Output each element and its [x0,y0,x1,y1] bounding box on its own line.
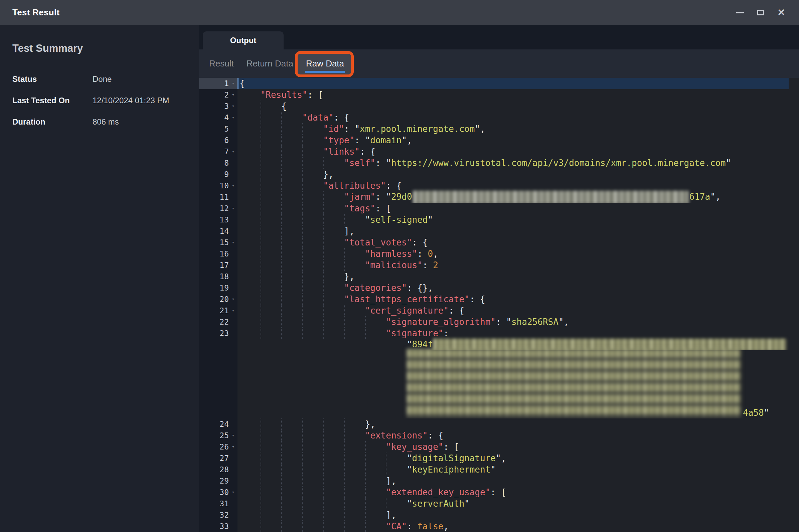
fold-arrow-icon[interactable]: ▾ [229,305,237,316]
fold-arrow-icon[interactable]: ▾ [229,487,237,498]
line-number: 24 [220,420,229,429]
indent-guide [240,89,261,100]
maximize-button[interactable] [752,4,769,21]
window-content: Test Summary StatusDoneLast Tested On12/… [0,25,799,532]
indent-guide [261,487,282,498]
json-quote: " [386,158,391,168]
code-line-1[interactable]: 1▾{ [199,78,799,89]
code-tokens: "id": "xmr.pool.minergate.com", [323,123,485,135]
fold-arrow-icon[interactable]: ▾ [229,430,237,441]
code-line-31[interactable]: 31"serverAuth" [199,498,799,509]
code-line-29[interactable]: 29], [199,475,799,487]
indent-guide [323,305,344,316]
close-button[interactable]: ✕ [773,4,790,21]
indent-guide [365,509,386,521]
code-line-15[interactable]: 15▾"total_votes": { [199,237,799,248]
line-number: 14 [220,227,229,235]
code-tokens: "self-signed" [365,214,433,225]
code-line-3[interactable]: 3▾{ [199,100,799,112]
code-line-25[interactable]: 25▾"extensions": { [199,430,799,441]
indent-guide [240,453,261,464]
line-gutter: 15▾ [199,237,237,248]
code-line-13[interactable]: 13"self-signed" [199,214,799,225]
indent-guide [281,441,302,453]
tab-output[interactable]: Output [203,32,284,50]
raw-data-code-editor[interactable]: 1▾{2▾"Results": [3▾{4▾"data": {5"id": "x… [199,78,799,532]
indent-guide [323,260,344,271]
indent-guide [365,475,386,487]
subtab-label: Result [209,58,234,69]
code-line-4[interactable]: 4▾"data": { [199,112,799,123]
indent-guide [261,498,282,509]
code-line-wrapped[interactable]: "894f [199,339,799,350]
code-line-5[interactable]: 5"id": "xmr.pool.minergate.com", [199,123,799,135]
line-gutter: 33 [199,521,237,532]
indent-guide [281,328,302,339]
code-line-8[interactable]: 8"self": "https://www.virustotal.com/api… [199,157,799,169]
code-line-2[interactable]: 2▾"Results": [ [199,89,799,100]
fold-arrow-icon[interactable]: ▾ [229,146,237,157]
code-line-24[interactable]: 24}, [199,418,799,430]
subtab-raw-data[interactable]: Raw Data [306,50,344,78]
fold-arrow-icon[interactable]: ▾ [229,237,237,248]
code-line-9[interactable]: 9}, [199,169,799,180]
indent-guide [344,453,365,464]
code-line-14[interactable]: 14], [199,225,799,237]
code-content: 4a58" [237,350,799,418]
subtab-result[interactable]: Result [209,50,234,78]
indent-guide [261,260,282,271]
code-line-11[interactable]: 11"jarm": "29d0617a", [199,191,799,203]
code-line-23[interactable]: 23"signature": [199,328,799,339]
code-line-28[interactable]: 28"keyEncipherment" [199,464,799,475]
json-quote: " [464,499,470,509]
subtab-return-data[interactable]: Return Data [247,50,293,78]
indent-guide [323,191,344,203]
code-line-30[interactable]: 30▾"extended_key_usage": [ [199,487,799,498]
indent-guide [281,112,302,123]
code-content: "894f [237,339,799,350]
line-gutter: 28 [199,464,237,475]
fold-arrow-icon[interactable]: ▾ [229,89,237,100]
minimize-button[interactable] [731,4,748,21]
fold-arrow-icon[interactable]: ▾ [229,180,237,191]
indent-guide [281,191,302,203]
line-gutter [199,339,237,350]
line-gutter: 21▾ [199,305,237,316]
json-string: xmr.pool.minergate.com [360,124,475,134]
code-line-wrapped[interactable]: 4a58" [199,350,799,418]
code-line-32[interactable]: 32], [199,509,799,521]
code-line-21[interactable]: 21▾"cert_signature": { [199,305,799,316]
code-line-20[interactable]: 20▾"last_https_certificate": { [199,293,799,305]
fold-arrow-icon[interactable]: ▾ [229,100,237,112]
json-string: sha256RSA [511,317,558,327]
fold-arrow-icon[interactable]: ▾ [229,112,237,123]
code-line-10[interactable]: 10▾"attributes": { [199,180,799,191]
fold-arrow-icon[interactable]: ▾ [229,78,237,89]
code-line-16[interactable]: 16"harmless": 0, [199,248,799,260]
code-line-6[interactable]: 6"type": "domain", [199,135,799,146]
code-line-12[interactable]: 12▾"tags": [ [199,203,799,214]
code-line-7[interactable]: 7▾"links": { [199,146,799,157]
code-line-19[interactable]: 19"categories": {}, [199,282,799,293]
json-punctuation: , [433,249,438,259]
indent-guide [240,135,261,146]
json-punctuation: , [443,521,449,531]
code-tokens: "harmless": 0, [365,248,438,260]
code-content: "self": "https://www.virustotal.com/api/… [237,157,799,169]
line-number: 16 [220,249,229,258]
indent-guide [240,328,261,339]
indent-guide [261,282,282,293]
fold-arrow-icon[interactable]: ▾ [229,293,237,305]
fold-arrow-icon[interactable]: ▾ [229,441,237,453]
code-line-17[interactable]: 17"malicious": 2 [199,260,799,271]
code-line-33[interactable]: 33"CA": false, [199,521,799,532]
fold-arrow-icon[interactable]: ▾ [229,203,237,214]
code-line-26[interactable]: 26▾"key_usage": [ [199,441,799,453]
json-quote: " [475,124,480,134]
indent-guide [240,475,261,487]
code-line-27[interactable]: 27"digitalSignature", [199,453,799,464]
indent-guide [323,248,344,260]
code-line-18[interactable]: 18}, [199,271,799,282]
indent-guide [302,214,323,225]
code-line-22[interactable]: 22"signature_algorithm": "sha256RSA", [199,316,799,328]
